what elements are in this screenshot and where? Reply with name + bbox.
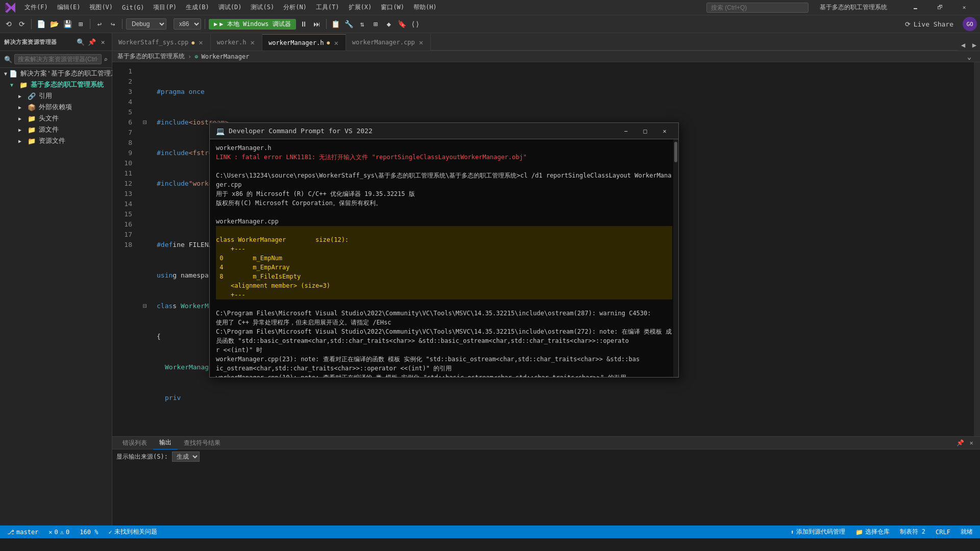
tree-sources[interactable]: ▶ 📁 源文件	[0, 124, 112, 135]
toolbar-attach[interactable]: ⏸	[298, 18, 309, 30]
status-errors[interactable]: ✕ 0 ⚠ 0	[46, 529, 71, 536]
output-source-select[interactable]: 生成	[172, 452, 200, 462]
toolbar-open[interactable]: 📂	[48, 18, 60, 30]
toolbar-redo[interactable]: ↪	[107, 18, 118, 30]
fold-10[interactable]	[141, 362, 149, 372]
tab-scroll-right[interactable]: ▶	[969, 39, 980, 51]
app-logo	[4, 2, 16, 14]
panel-pin-icon[interactable]: 📌	[955, 438, 965, 447]
status-messages[interactable]: ✓ 未找到相关问题	[106, 528, 159, 536]
tab-close-workermanager-h[interactable]: ✕	[333, 39, 339, 47]
tree-headers[interactable]: ▶ 📁 头文件	[0, 113, 112, 124]
fold-6[interactable]	[141, 240, 149, 250]
breadcrumb-project[interactable]: 基于多态的职工管理系统	[117, 52, 185, 61]
tab-worker[interactable]: worker.h ✕	[211, 34, 262, 51]
menu-git[interactable]: Git(G)	[118, 3, 148, 12]
breadcrumb-symbol[interactable]: WorkerManager	[201, 53, 249, 60]
fold-1[interactable]	[141, 87, 149, 97]
toolbar-extra5[interactable]: ◆	[383, 18, 395, 30]
menu-debug[interactable]: 调试(D)	[214, 2, 246, 13]
toolbar-step[interactable]: ⏭	[311, 18, 323, 30]
tab-workerstaff[interactable]: WorkerStaff_sys.cpp ● ✕	[112, 34, 211, 51]
tree-project[interactable]: ▼ 📁 基于多态的职工管理系统	[0, 79, 112, 90]
close-button[interactable]: ✕	[952, 0, 976, 15]
run-button[interactable]: ▶ ▶ 本地 Windows 调试器	[209, 19, 296, 30]
tab-close-worker[interactable]: ✕	[250, 38, 256, 46]
panel-close-icon[interactable]: ✕	[967, 438, 976, 447]
fold-3[interactable]	[141, 148, 149, 158]
menu-help[interactable]: 帮助(H)	[409, 2, 441, 13]
toolbar-extra4[interactable]: ⊞	[370, 18, 381, 30]
status-add-source[interactable]: ⬆ 添加到源代码管理	[788, 528, 847, 536]
tab-close-workermanager-cpp[interactable]: ✕	[418, 38, 424, 46]
platform-select[interactable]: x86 x64	[174, 18, 201, 30]
status-git[interactable]: ⎇ master	[5, 529, 40, 536]
menu-project[interactable]: 项目(P)	[149, 2, 181, 13]
menu-build[interactable]: 生成(B)	[182, 2, 213, 13]
cmd-maximize-btn[interactable]: □	[638, 126, 653, 137]
tab-workermanager-h[interactable]: workerManager.h ● ✕	[262, 34, 346, 51]
toolbar-save[interactable]: 💾	[62, 18, 73, 30]
toolbar-undo[interactable]: ↩	[94, 18, 105, 30]
tab-close-workerstaff[interactable]: ✕	[198, 38, 204, 46]
bottom-tab-errors[interactable]: 错误列表	[116, 437, 153, 449]
fold-11[interactable]	[141, 393, 149, 403]
cmd-close-btn[interactable]: ✕	[657, 126, 672, 137]
sidebar-search-submit[interactable]: ⌕	[104, 56, 108, 63]
tree-references[interactable]: ▶ 🔗 引用	[0, 90, 112, 102]
toolbar-extra2[interactable]: 🔧	[344, 18, 355, 30]
sidebar-search-input[interactable]	[14, 54, 102, 64]
cmd-scrollbar[interactable]	[673, 139, 678, 377]
sidebar-search-icon[interactable]: 🔍	[76, 37, 85, 46]
sidebar-pin-icon[interactable]: 📌	[87, 37, 96, 46]
toolbar-extra3[interactable]: ⇅	[357, 18, 368, 30]
menu-view[interactable]: 视图(V)	[85, 2, 117, 13]
debug-config-select[interactable]: Debug Release	[126, 18, 166, 30]
fold-7[interactable]	[141, 270, 149, 281]
tree-resources[interactable]: ▶ 📁 资源文件	[0, 135, 112, 146]
fold-9[interactable]	[141, 332, 149, 342]
bottom-tab-output[interactable]: 输出	[153, 437, 178, 449]
menu-analyze[interactable]: 分析(N)	[279, 2, 311, 13]
menu-tools[interactable]: 工具(T)	[312, 2, 344, 13]
toolbar-extra6[interactable]: 🔖	[397, 18, 408, 30]
tab-scroll-left[interactable]: ◀	[958, 39, 969, 51]
breadcrumb-sep: ›	[188, 53, 191, 60]
tree-solution[interactable]: ▼ 📄 解决方案'基于多态的职工管理系统'	[0, 68, 112, 79]
toolbar-extra1[interactable]: 📋	[330, 18, 341, 30]
fold-5[interactable]	[141, 209, 149, 219]
cmd-content[interactable]: workerManager.hLINK : fatal error LNK118…	[210, 139, 678, 377]
toolbar-new[interactable]: 📄	[35, 18, 46, 30]
tree-arrow: ▶	[18, 116, 26, 121]
tree-external-deps[interactable]: ▶ 📦 外部依赖项	[0, 102, 112, 113]
status-encoding[interactable]: CRLF	[934, 529, 952, 536]
cmd-minimize-btn[interactable]: −	[618, 126, 633, 137]
toolbar-account[interactable]: GO	[963, 17, 977, 31]
maximize-button[interactable]: 🗗	[928, 0, 951, 15]
tab-workermanager-cpp[interactable]: workerManager.cpp ✕	[346, 34, 431, 51]
menu-file[interactable]: 文件(F)	[20, 2, 52, 13]
cmd-popup: 💻 Developer Command Prompt for VS 2022 −…	[209, 122, 679, 378]
status-line-col[interactable]: 制表符 2	[898, 528, 927, 536]
status-zoom[interactable]: 160 %	[78, 529, 100, 536]
sidebar-close-icon[interactable]: ✕	[99, 37, 108, 46]
bottom-tab-find[interactable]: 查找符号结果	[178, 437, 227, 449]
toolbar-extra7[interactable]: ⟨⟩	[410, 18, 421, 30]
toolbar-back[interactable]: ⟲	[3, 18, 14, 30]
menu-search-input[interactable]	[706, 3, 808, 13]
toolbar-save-all[interactable]: ⊞	[75, 18, 86, 30]
menu-edit[interactable]: 编辑(E)	[53, 2, 85, 13]
fold-2[interactable]: ⊟	[141, 117, 149, 128]
breadcrumb-expand[interactable]: ⌄	[964, 51, 975, 62]
fold-4[interactable]	[141, 179, 149, 189]
minimize-button[interactable]: 🗕	[903, 0, 927, 15]
status-select-repo[interactable]: 📁 选择仓库	[853, 528, 892, 536]
bottom-panel: 错误列表 输出 查找符号结果 📌 ✕ 显示输出来源(S): 生成	[112, 436, 980, 525]
toolbar-forward[interactable]: ⟳	[16, 18, 28, 30]
editor-scrollbar[interactable]	[974, 62, 980, 436]
menu-window[interactable]: 窗口(W)	[377, 2, 408, 13]
live-share-button[interactable]: ⟳ Live Share	[900, 19, 959, 29]
menu-extensions[interactable]: 扩展(X)	[345, 2, 376, 13]
fold-8[interactable]: ⊟	[141, 301, 149, 311]
menu-test[interactable]: 测试(S)	[247, 2, 278, 13]
